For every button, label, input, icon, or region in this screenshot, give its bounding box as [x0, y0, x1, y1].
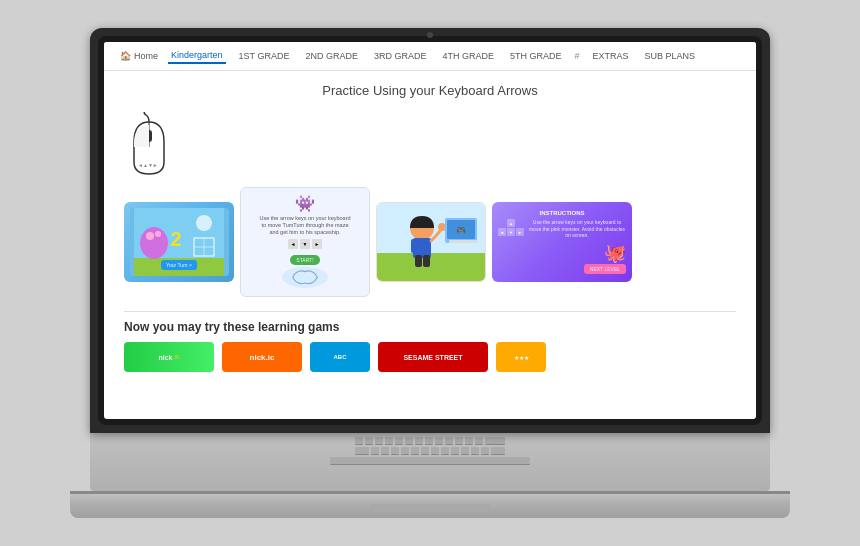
key: [365, 437, 373, 445]
svg-point-13: [282, 267, 328, 288]
svg-rect-22: [423, 255, 430, 267]
svg-text:🎮: 🎮: [456, 225, 466, 235]
game-card-1[interactable]: 2 Your Turn >: [124, 202, 234, 282]
game-card-3[interactable]: 🎮: [376, 202, 486, 282]
laptop-bezel: 🏠 Home Kindergarten 1ST GRADE 2ND GRADE …: [98, 36, 762, 425]
svg-point-23: [438, 223, 446, 231]
maze-preview: [275, 265, 335, 290]
key: [371, 447, 379, 455]
arrow-keys-visual: ▲ ◄ ▼ ►: [498, 219, 524, 236]
key: [401, 447, 409, 455]
mouse-icon-area: ◄▲▼►: [124, 112, 736, 177]
game-card-2[interactable]: 👾 Use the arrow keys on your keyboard to…: [240, 187, 370, 297]
key: [395, 437, 403, 445]
key-tab: [355, 447, 369, 455]
key: [455, 437, 463, 445]
nav-item-5th-grade[interactable]: 5TH GRADE: [507, 49, 565, 63]
key: [421, 447, 429, 455]
start-button[interactable]: START!: [290, 255, 319, 265]
hash-icon: #: [574, 51, 579, 61]
nav-item-4th-grade[interactable]: 4TH GRADE: [439, 49, 497, 63]
boy-character-screenshot: 🎮: [377, 203, 485, 281]
maze-instruction-3: and get him to his spaceship.: [269, 229, 340, 236]
home-icon: 🏠: [120, 51, 131, 61]
page-title: Practice Using your Keyboard Arrows: [124, 83, 736, 98]
key-row-1: [355, 437, 505, 445]
nav-item-kindergarten[interactable]: Kindergarten: [168, 48, 226, 64]
instructions-content: ▲ ◄ ▼ ► Use the arrow keys on your: [498, 219, 626, 239]
logo-sesame-street[interactable]: SESAME STREET: [378, 342, 488, 372]
svg-text:◄▲▼►: ◄▲▼►: [138, 162, 158, 168]
key-row-2: [355, 447, 505, 455]
svg-rect-19: [411, 239, 417, 253]
key: [355, 437, 363, 445]
keyboard-area: [90, 433, 770, 491]
instructions-container: INSTRUCTIONS ▲ ◄: [498, 210, 626, 274]
maze-instruction-1: Use the arrow keys on your keyboard: [259, 215, 350, 222]
logo-nick[interactable]: nick.ic: [222, 342, 302, 372]
mouse-icon: ◄▲▼►: [124, 112, 174, 177]
maze-instruction-2: to move TumTum through the maze: [262, 222, 349, 229]
key: [391, 447, 399, 455]
key: [465, 437, 473, 445]
key: [405, 437, 413, 445]
key-down: ▼: [300, 239, 310, 249]
key: [481, 447, 489, 455]
svg-point-5: [196, 215, 212, 231]
laptop-mockup: 🏠 Home Kindergarten 1ST GRADE 2ND GRADE …: [70, 28, 790, 518]
logo-nickjr[interactable]: nick JR: [124, 342, 214, 372]
key: [461, 447, 469, 455]
learning-section-title: Now you may try these learning gams: [124, 320, 736, 334]
logo-extra1[interactable]: ABC: [310, 342, 370, 372]
instructions-label: INSTRUCTIONS: [498, 210, 626, 216]
instructions-text: Use the arrow keys on your keyboard to m…: [528, 219, 626, 239]
nav-item-3rd-grade[interactable]: 3RD GRADE: [371, 49, 430, 63]
nav-item-sub-plans[interactable]: SUB PLANS: [642, 49, 699, 63]
keyboard-keys: [330, 437, 530, 465]
nav-item-1st-grade[interactable]: 1ST GRADE: [236, 49, 293, 63]
next-level-button[interactable]: NEXT LEVEL: [584, 264, 626, 274]
key: [375, 437, 383, 445]
nav-item-2nd-grade[interactable]: 2ND GRADE: [302, 49, 361, 63]
key-left: ◄: [288, 239, 298, 249]
learning-logos: nick JR nick.ic ABC SESAME: [124, 342, 736, 372]
svg-rect-21: [415, 255, 422, 267]
key: [451, 447, 459, 455]
navbar: 🏠 Home Kindergarten 1ST GRADE 2ND GRADE …: [104, 42, 756, 71]
key-row-3: [330, 457, 530, 465]
key: [471, 447, 479, 455]
laptop-screen-lid: 🏠 Home Kindergarten 1ST GRADE 2ND GRADE …: [90, 28, 770, 433]
svg-rect-16: [377, 253, 485, 281]
trackpad-notch: [370, 504, 490, 512]
key: [491, 447, 505, 455]
key: [441, 447, 449, 455]
arrow-keys-display: ◄ ▼ ►: [288, 239, 322, 249]
key: [425, 437, 433, 445]
games-row: 2 Your Turn >: [124, 187, 736, 297]
key: [445, 437, 453, 445]
key: [415, 437, 423, 445]
key-right: ►: [312, 239, 322, 249]
key-backspace: [485, 437, 505, 445]
main-content: Practice Using your Keyboard Arrows: [104, 71, 756, 419]
key: [385, 437, 393, 445]
key: [435, 437, 443, 445]
laptop-base: [70, 491, 790, 518]
key: [381, 447, 389, 455]
nav-item-extras[interactable]: EXTRAS: [590, 49, 632, 63]
monster-display: 🐙: [498, 242, 626, 264]
your-turn-button[interactable]: Your Turn >: [161, 260, 197, 270]
next-button-area: NEXT LEVEL: [498, 264, 626, 274]
key: [475, 437, 483, 445]
game-card-4[interactable]: INSTRUCTIONS ▲ ◄: [492, 202, 632, 282]
section-divider: [124, 311, 736, 312]
nav-home[interactable]: 🏠 Home: [120, 51, 158, 61]
monster-emoji: 👾: [295, 194, 315, 213]
nav-home-label[interactable]: Home: [134, 51, 158, 61]
game-card-1-inner: 2 Your Turn >: [130, 208, 229, 276]
svg-point-7: [140, 227, 168, 259]
key-space: [330, 457, 530, 465]
logo-extra2[interactable]: ★★★: [496, 342, 546, 372]
svg-text:2: 2: [170, 228, 181, 250]
key: [431, 447, 439, 455]
